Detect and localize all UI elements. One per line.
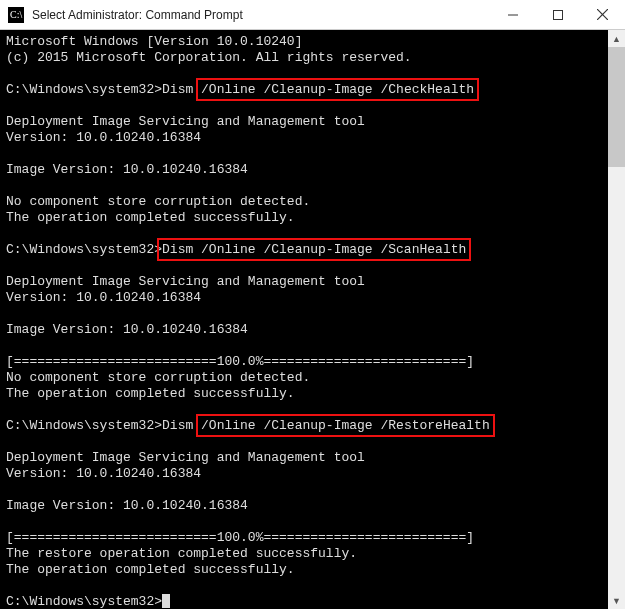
terminal-line: No component store corruption detected.	[6, 194, 602, 210]
terminal-text: Image Version: 10.0.10240.16384	[6, 162, 248, 177]
scroll-track[interactable]	[608, 47, 625, 592]
terminal-line: Version: 10.0.10240.16384	[6, 466, 602, 482]
window-controls	[490, 0, 625, 29]
terminal-line	[6, 482, 602, 498]
highlighted-command: /Online /Cleanup-Image /CheckHealth	[199, 81, 476, 98]
window-title: Select Administrator: Command Prompt	[32, 8, 490, 22]
terminal-text: No component store corruption detected.	[6, 370, 310, 385]
terminal-line	[6, 66, 602, 82]
terminal-text: Version: 10.0.10240.16384	[6, 290, 201, 305]
terminal-text: [==========================100.0%=======…	[6, 354, 474, 369]
terminal-line	[6, 178, 602, 194]
terminal-line: Version: 10.0.10240.16384	[6, 130, 602, 146]
terminal-text: C:\Windows\system32>Dism	[6, 82, 201, 97]
terminal-line: (c) 2015 Microsoft Corporation. All righ…	[6, 50, 602, 66]
maximize-button[interactable]	[535, 0, 580, 29]
titlebar[interactable]: C:\ Select Administrator: Command Prompt	[0, 0, 625, 30]
terminal-text: C:\Windows\system32>	[6, 242, 162, 257]
terminal-text: No component store corruption detected.	[6, 194, 310, 209]
terminal-text: The restore operation completed successf…	[6, 546, 357, 561]
terminal-line: The restore operation completed successf…	[6, 546, 602, 562]
terminal-text: [==========================100.0%=======…	[6, 530, 474, 545]
terminal-line: Version: 10.0.10240.16384	[6, 290, 602, 306]
terminal-line: C:\Windows\system32>Dism /Online /Cleanu…	[6, 418, 602, 434]
terminal-line	[6, 514, 602, 530]
cmd-prompt-icon: C:\	[6, 5, 26, 25]
terminal-text: The operation completed successfully.	[6, 562, 295, 577]
terminal-text: Microsoft Windows [Version 10.0.10240]	[6, 34, 302, 49]
terminal-line: Microsoft Windows [Version 10.0.10240]	[6, 34, 602, 50]
scroll-up-arrow[interactable]: ▲	[608, 30, 625, 47]
close-button[interactable]	[580, 0, 625, 29]
terminal-line	[6, 306, 602, 322]
terminal-line	[6, 226, 602, 242]
terminal-line: C:\Windows\system32>Dism /Online /Cleanu…	[6, 242, 602, 258]
cursor	[162, 594, 170, 608]
terminal-line: The operation completed successfully.	[6, 210, 602, 226]
terminal-line: No component store corruption detected.	[6, 370, 602, 386]
terminal-line	[6, 402, 602, 418]
terminal-line	[6, 338, 602, 354]
terminal-line: [==========================100.0%=======…	[6, 530, 602, 546]
terminal-line: Deployment Image Servicing and Managemen…	[6, 274, 602, 290]
terminal-text: Deployment Image Servicing and Managemen…	[6, 274, 365, 289]
terminal-line: Image Version: 10.0.10240.16384	[6, 322, 602, 338]
terminal-text: C:\Windows\system32>Dism	[6, 418, 201, 433]
terminal-text: Version: 10.0.10240.16384	[6, 466, 201, 481]
minimize-button[interactable]	[490, 0, 535, 29]
terminal-output[interactable]: Microsoft Windows [Version 10.0.10240](c…	[0, 30, 608, 609]
terminal-text: Image Version: 10.0.10240.16384	[6, 498, 248, 513]
terminal-line	[6, 578, 602, 594]
terminal-line	[6, 258, 602, 274]
terminal-line: C:\Windows\system32>	[6, 594, 602, 609]
terminal-line: Image Version: 10.0.10240.16384	[6, 162, 602, 178]
terminal-text: The operation completed successfully.	[6, 210, 295, 225]
terminal-line: Deployment Image Servicing and Managemen…	[6, 114, 602, 130]
terminal-text: C:\Windows\system32>	[6, 594, 162, 609]
highlighted-command: /Online /Cleanup-Image /RestoreHealth	[199, 417, 492, 434]
terminal-line	[6, 146, 602, 162]
scroll-down-arrow[interactable]: ▼	[608, 592, 625, 609]
highlighted-command: Dism /Online /Cleanup-Image /ScanHealth	[160, 241, 468, 258]
terminal-line: Image Version: 10.0.10240.16384	[6, 498, 602, 514]
terminal-line: C:\Windows\system32>Dism /Online /Cleanu…	[6, 82, 602, 98]
terminal-line: The operation completed successfully.	[6, 562, 602, 578]
svg-text:C:\: C:\	[10, 9, 22, 20]
scroll-thumb[interactable]	[608, 47, 625, 167]
terminal-text: Deployment Image Servicing and Managemen…	[6, 450, 365, 465]
terminal-text: The operation completed successfully.	[6, 386, 295, 401]
terminal-text: Deployment Image Servicing and Managemen…	[6, 114, 365, 129]
terminal-line: [==========================100.0%=======…	[6, 354, 602, 370]
terminal-line: Deployment Image Servicing and Managemen…	[6, 450, 602, 466]
terminal-line	[6, 434, 602, 450]
terminal-line	[6, 98, 602, 114]
terminal-line: The operation completed successfully.	[6, 386, 602, 402]
terminal-text: Image Version: 10.0.10240.16384	[6, 322, 248, 337]
scrollbar[interactable]: ▲ ▼	[608, 30, 625, 609]
svg-rect-3	[553, 10, 562, 19]
terminal-text: Version: 10.0.10240.16384	[6, 130, 201, 145]
terminal-text: (c) 2015 Microsoft Corporation. All righ…	[6, 50, 412, 65]
